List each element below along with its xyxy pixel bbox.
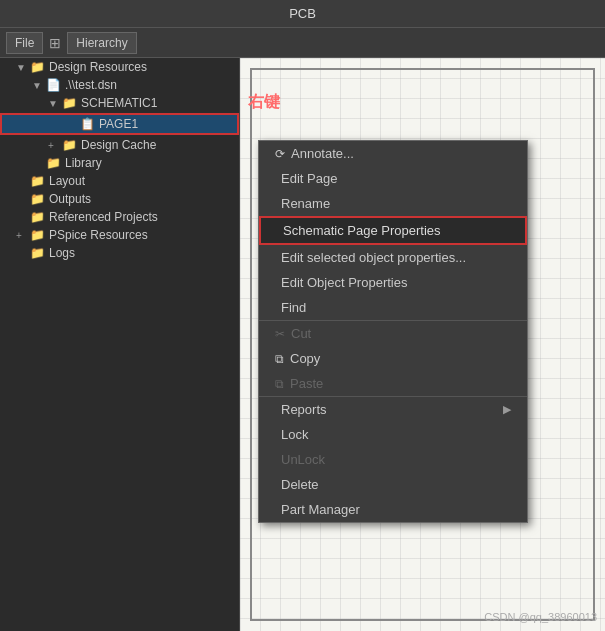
menu-item-edit-page[interactable]: Edit Page [259,166,527,191]
tree-item-schematic1[interactable]: ▼ 📁 SCHEMATIC1 [0,94,239,112]
folder-icon: 📁 [30,228,45,242]
copy-icon: ⧉ [275,352,284,366]
menu-item-edit-selected[interactable]: Edit selected object properties... [259,245,527,270]
hierarchy-button[interactable]: Hierarchy [67,32,136,54]
menu-item-schematic-page-props[interactable]: Schematic Page Properties [259,216,527,245]
tree-item-test-dsn[interactable]: ▼ 📄 .\\test.dsn [0,76,239,94]
folder-icon: 📁 [30,210,45,224]
tree-item-pspice-resources[interactable]: + 📁 PSpice Resources [0,226,239,244]
annotate-icon: ⟳ [275,147,285,161]
menu-item-rename[interactable]: Rename [259,191,527,216]
annotation-right-click: 右键 [248,92,280,113]
title-text: PCB [289,6,316,21]
tree-label: SCHEMATIC1 [81,96,157,110]
tree-label: Logs [49,246,75,260]
folder-icon: 📁 [30,60,45,74]
tree-item-logs[interactable]: 📁 Logs [0,244,239,262]
tree-item-page1[interactable]: 📋 PAGE1 [2,115,237,133]
tree-label: PSpice Resources [49,228,148,242]
context-menu: ⟳Annotate... Edit Page Rename Schematic … [258,140,528,523]
tree-label: Library [65,156,102,170]
folder-icon: 📁 [30,192,45,206]
cut-icon: ✂ [275,327,285,341]
tree-label: Referenced Projects [49,210,158,224]
folder-icon: 📁 [62,96,77,110]
page-icon: 📋 [80,117,95,131]
menu-item-part-manager[interactable]: Part Manager [259,497,527,522]
menu-item-reports[interactable]: Reports ▶ [259,397,527,422]
menu-item-delete[interactable]: Delete [259,472,527,497]
tree-item-design-cache[interactable]: + 📁 Design Cache [0,136,239,154]
expand-icon: ▼ [16,62,28,73]
expand-icon: + [48,140,60,151]
menu-item-paste: ⧉Paste [259,371,527,397]
file-icon: 📄 [46,78,61,92]
menu-item-edit-obj-props[interactable]: Edit Object Properties [259,270,527,295]
tree-label: PAGE1 [99,117,138,131]
expand-icon: ▼ [48,98,60,109]
tree-item-referenced-projects[interactable]: 📁 Referenced Projects [0,208,239,226]
menu-item-copy[interactable]: ⧉Copy [259,346,527,371]
file-button[interactable]: File [6,32,43,54]
tree-item-design-resources[interactable]: ▼ 📁 Design Resources [0,58,239,76]
menu-item-unlock: UnLock [259,447,527,472]
menu-item-cut: ✂Cut [259,321,527,346]
tree-item-library[interactable]: 📁 Library [0,154,239,172]
folder-icon: 📁 [62,138,77,152]
tree-label: Layout [49,174,85,188]
folder-icon: 📁 [46,156,61,170]
expand-icon: ▼ [32,80,44,91]
menu-item-lock[interactable]: Lock [259,422,527,447]
tree-label: Design Cache [81,138,156,152]
page1-highlight: 📋 PAGE1 [0,113,239,135]
menu-item-find[interactable]: Find [259,295,527,321]
toolbar: File ⊞ Hierarchy [0,28,605,58]
paste-icon: ⧉ [275,377,284,391]
watermark: CSDN @qq_38960013 [484,611,597,623]
hierarchy-icon: ⊞ [49,35,61,51]
tree-label: Outputs [49,192,91,206]
title-bar: PCB [0,0,605,28]
submenu-arrow: ▶ [503,403,511,416]
tree-label: .\\test.dsn [65,78,117,92]
tree-item-layout[interactable]: 📁 Layout [0,172,239,190]
left-panel: ▼ 📁 Design Resources ▼ 📄 .\\test.dsn ▼ 📁… [0,58,240,631]
menu-item-annotate[interactable]: ⟳Annotate... [259,141,527,166]
tree-label: Design Resources [49,60,147,74]
folder-icon: 📁 [30,246,45,260]
tree-item-outputs[interactable]: 📁 Outputs [0,190,239,208]
folder-icon: 📁 [30,174,45,188]
expand-icon: + [16,230,28,241]
